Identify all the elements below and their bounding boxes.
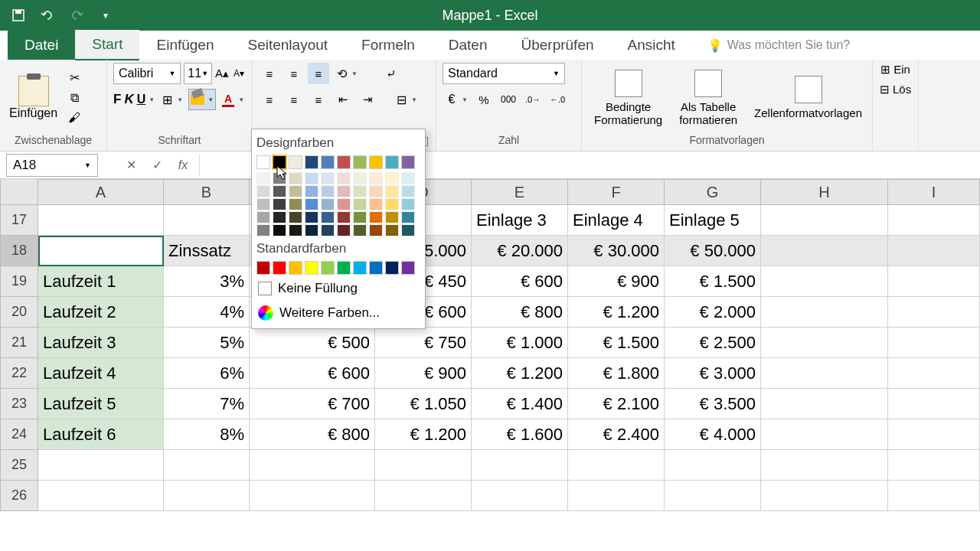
cell-C24[interactable]: € 800 <box>250 419 375 450</box>
theme-shade-swatch[interactable] <box>401 185 415 197</box>
cell-B25[interactable] <box>164 450 250 481</box>
tab-home[interactable]: Start <box>75 30 139 60</box>
theme-shade-swatch[interactable] <box>401 211 415 223</box>
cell-H26[interactable] <box>761 481 888 511</box>
cell-G23[interactable]: € 3.500 <box>665 389 761 419</box>
theme-shade-swatch[interactable] <box>256 185 270 197</box>
theme-color-swatch[interactable] <box>337 155 351 169</box>
standard-color-swatch[interactable] <box>337 261 351 275</box>
theme-shade-swatch[interactable] <box>289 224 302 236</box>
col-header-A[interactable]: A <box>38 179 164 205</box>
wrap-text-button[interactable]: ⤶ <box>381 63 400 84</box>
theme-shade-swatch[interactable] <box>385 185 399 197</box>
paste-button[interactable]: Einfügen <box>6 73 60 123</box>
cell-F19[interactable]: € 900 <box>568 266 665 297</box>
theme-shade-swatch[interactable] <box>385 211 399 223</box>
cell-H21[interactable] <box>761 328 888 358</box>
theme-shade-swatch[interactable] <box>353 211 367 223</box>
cell-E22[interactable]: € 1.200 <box>472 358 568 389</box>
cell-G24[interactable]: € 4.000 <box>665 419 761 450</box>
standard-color-swatch[interactable] <box>353 261 367 275</box>
tab-view[interactable]: Ansicht <box>611 31 692 60</box>
tab-formulas[interactable]: Formeln <box>345 31 432 60</box>
cell-H20[interactable] <box>761 297 888 328</box>
name-box[interactable]: A18▼ <box>6 154 98 177</box>
cell-F21[interactable]: € 1.500 <box>568 328 665 358</box>
cell-styles-button[interactable]: Zellenformatvorlagen <box>748 73 868 122</box>
theme-shade-swatch[interactable] <box>321 172 335 184</box>
bold-button[interactable]: F <box>113 89 121 110</box>
cell-E26[interactable] <box>472 481 568 511</box>
theme-shade-swatch[interactable] <box>273 211 286 223</box>
cell-H23[interactable] <box>761 389 888 419</box>
cell-H19[interactable] <box>761 266 888 297</box>
cell-D26[interactable] <box>375 481 472 511</box>
qat-customize-button[interactable]: ▼ <box>95 5 116 26</box>
col-header-H[interactable]: H <box>761 179 888 205</box>
row-header-19[interactable]: 19 <box>0 266 38 297</box>
row-header-22[interactable]: 22 <box>0 358 38 389</box>
conditional-formatting-button[interactable]: Bedingte Formatierung <box>588 67 668 129</box>
theme-shade-swatch[interactable] <box>256 224 270 236</box>
standard-color-swatch[interactable] <box>321 261 335 275</box>
cell-F24[interactable]: € 2.400 <box>568 419 665 450</box>
cell-C26[interactable] <box>250 481 375 511</box>
italic-button[interactable]: K <box>124 89 133 110</box>
cell-D24[interactable]: € 1.200 <box>375 419 472 450</box>
save-button[interactable] <box>8 5 29 26</box>
theme-shade-swatch[interactable] <box>337 185 351 197</box>
format-as-table-button[interactable]: Als Tabelle formatieren <box>673 67 743 129</box>
theme-shade-swatch[interactable] <box>401 224 415 236</box>
cell-D25[interactable] <box>375 450 472 481</box>
row-header-20[interactable]: 20 <box>0 297 38 328</box>
cell-E19[interactable]: € 600 <box>472 266 568 297</box>
comma-button[interactable]: 000 <box>498 89 519 110</box>
theme-shade-swatch[interactable] <box>401 172 415 184</box>
theme-shade-swatch[interactable] <box>353 224 367 236</box>
theme-shade-swatch[interactable] <box>273 172 286 184</box>
standard-color-swatch[interactable] <box>289 261 302 275</box>
theme-shade-swatch[interactable] <box>289 185 302 197</box>
cell-G26[interactable] <box>665 481 761 511</box>
row-header-25[interactable]: 25 <box>0 450 38 481</box>
cell-I19[interactable] <box>888 266 980 297</box>
theme-shade-swatch[interactable] <box>305 198 318 210</box>
cell-D21[interactable]: € 750 <box>375 328 472 358</box>
cell-I24[interactable] <box>888 419 980 450</box>
theme-shade-swatch[interactable] <box>256 172 270 184</box>
cell-G22[interactable]: € 3.000 <box>665 358 761 389</box>
theme-color-swatch[interactable] <box>305 155 318 169</box>
theme-color-swatch[interactable] <box>256 155 270 169</box>
theme-shade-swatch[interactable] <box>385 198 399 210</box>
align-right-button[interactable]: ≡ <box>308 89 329 110</box>
tab-insert[interactable]: Einfügen <box>139 31 230 60</box>
cell-G18[interactable]: € 50.000 <box>665 236 761 266</box>
standard-color-swatch[interactable] <box>256 261 270 275</box>
theme-color-swatch[interactable] <box>353 155 367 169</box>
theme-shade-swatch[interactable] <box>321 198 335 210</box>
tell-me-box[interactable]: 💡 Was möchten Sie tun? <box>707 38 850 53</box>
fill-color-button[interactable]: ▼ <box>188 89 216 110</box>
cell-F20[interactable]: € 1.200 <box>568 297 665 328</box>
cancel-formula-button[interactable]: ✕ <box>121 155 141 175</box>
format-painter-button[interactable]: 🖌 <box>65 109 83 127</box>
col-header-B[interactable]: B <box>164 179 250 205</box>
redo-button[interactable] <box>66 5 87 26</box>
theme-shade-swatch[interactable] <box>289 198 302 210</box>
font-name-select[interactable]: Calibri▼ <box>113 63 181 84</box>
theme-shade-swatch[interactable] <box>337 224 351 236</box>
cell-A25[interactable] <box>38 450 164 481</box>
theme-shade-swatch[interactable] <box>321 211 335 223</box>
row-header-18[interactable]: 18 <box>0 236 38 266</box>
theme-shade-swatch[interactable] <box>289 172 302 184</box>
cell-B18[interactable]: Zinssatz <box>164 236 250 266</box>
cell-A23[interactable]: Laufzeit 5 <box>38 389 164 419</box>
theme-shade-swatch[interactable] <box>305 211 318 223</box>
more-colors-item[interactable]: Weitere Farben... <box>255 301 422 325</box>
cell-C21[interactable]: € 500 <box>250 328 375 358</box>
row-header-21[interactable]: 21 <box>0 328 38 358</box>
cell-H22[interactable] <box>761 358 888 389</box>
cell-B17[interactable] <box>164 205 250 236</box>
insert-cells-button[interactable]: ⊞ Ein <box>880 63 910 77</box>
tab-pagelayout[interactable]: Seitenlayout <box>231 31 345 60</box>
